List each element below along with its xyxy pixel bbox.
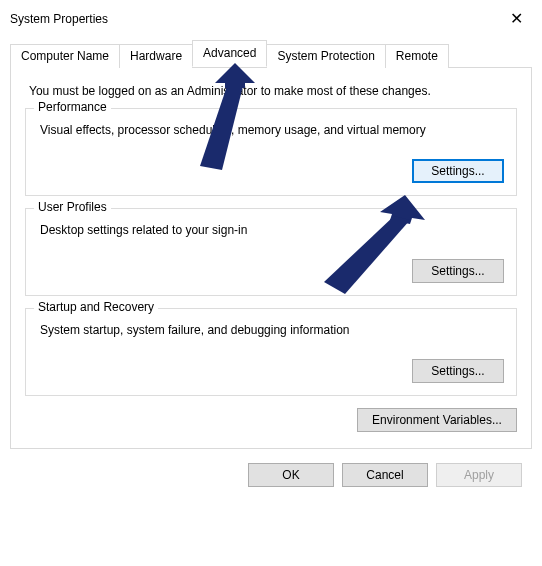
group-startup-recovery-desc: System startup, system failure, and debu…: [40, 323, 504, 337]
close-icon[interactable]: ✕: [502, 9, 530, 29]
group-startup-recovery-legend: Startup and Recovery: [34, 300, 158, 314]
tab-hardware[interactable]: Hardware: [119, 44, 193, 68]
window-title: System Properties: [10, 12, 108, 26]
tabpanel-advanced: You must be logged on as an Administrato…: [10, 67, 532, 449]
group-performance-legend: Performance: [34, 100, 111, 114]
performance-settings-button[interactable]: Settings...: [412, 159, 504, 183]
tab-advanced[interactable]: Advanced: [192, 40, 267, 67]
tab-computer-name[interactable]: Computer Name: [10, 44, 120, 68]
cancel-button[interactable]: Cancel: [342, 463, 428, 487]
group-user-profiles-desc: Desktop settings related to your sign-in: [40, 223, 504, 237]
startup-recovery-settings-button[interactable]: Settings...: [412, 359, 504, 383]
group-user-profiles: User Profiles Desktop settings related t…: [25, 208, 517, 296]
tabstrip: Computer Name Hardware Advanced System P…: [10, 40, 532, 67]
tab-system-protection[interactable]: System Protection: [266, 44, 385, 68]
group-user-profiles-legend: User Profiles: [34, 200, 111, 214]
ok-button[interactable]: OK: [248, 463, 334, 487]
dialog-footer: OK Cancel Apply: [10, 449, 532, 487]
group-startup-recovery: Startup and Recovery System startup, sys…: [25, 308, 517, 396]
group-performance-desc: Visual effects, processor scheduling, me…: [40, 123, 504, 137]
apply-button[interactable]: Apply: [436, 463, 522, 487]
titlebar: System Properties ✕: [0, 0, 542, 34]
admin-notice: You must be logged on as an Administrato…: [29, 84, 513, 98]
user-profiles-settings-button[interactable]: Settings...: [412, 259, 504, 283]
tab-remote[interactable]: Remote: [385, 44, 449, 68]
environment-variables-button[interactable]: Environment Variables...: [357, 408, 517, 432]
dialog-content: Computer Name Hardware Advanced System P…: [0, 34, 542, 487]
group-performance: Performance Visual effects, processor sc…: [25, 108, 517, 196]
